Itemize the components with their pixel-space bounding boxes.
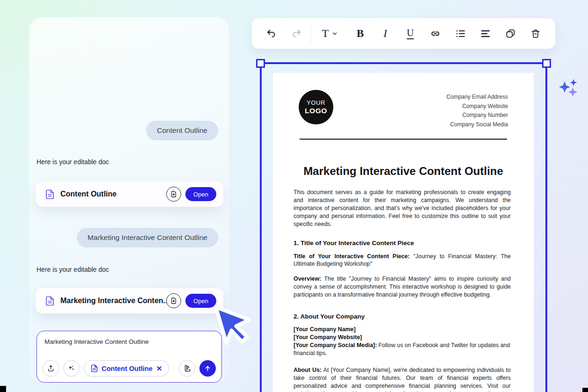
document-title: Marketing Interactive Content Outline xyxy=(273,165,534,178)
bullet-list-icon xyxy=(455,28,466,39)
user-message-bubble: Marketing Interactive Content Outline xyxy=(77,228,218,247)
user-message-bubble: Content Outline xyxy=(146,121,218,140)
chevron-down-icon xyxy=(331,30,338,37)
chip-close-icon[interactable]: ✕ xyxy=(156,365,162,372)
paragraph-text: At [Your Company Name], we're dedicated … xyxy=(294,367,511,392)
placeholder-company-website: [Your Company Website] xyxy=(294,334,362,341)
bold-lead: Overview: xyxy=(294,276,321,282)
doc-card-marketing-outline[interactable]: Marketing Interactive Conten... Open xyxy=(36,288,223,313)
copy-icon xyxy=(505,28,516,39)
chat-panel: Content Outline Here is your editable do… xyxy=(29,17,229,384)
company-contact-block: Company Email Address Company Website Co… xyxy=(447,90,508,129)
align-button[interactable] xyxy=(477,24,494,43)
section2-placeholders: [Your Company Name] [Your Company Websit… xyxy=(294,326,511,357)
header-divider xyxy=(300,138,507,140)
ai-sparkles-icon xyxy=(558,78,581,102)
align-text-icon xyxy=(480,28,491,39)
intro-paragraph: This document serves as a guide for mark… xyxy=(294,189,511,228)
company-logo: YOUR LOGO xyxy=(299,90,333,124)
attached-doc-chip[interactable]: Content Outline ✕ xyxy=(84,360,169,377)
upload-button[interactable] xyxy=(43,360,59,377)
logo-text-line1: YOUR xyxy=(307,100,325,107)
selection-frame-top xyxy=(257,62,550,64)
undo-button[interactable] xyxy=(263,24,280,43)
undo-icon xyxy=(266,28,277,39)
text-style-dropdown[interactable]: T xyxy=(316,24,344,43)
corner-artifact xyxy=(0,386,6,392)
section2-about-paragraph: About Us: At [Your Company Name], we're … xyxy=(294,366,511,392)
italic-button[interactable]: I xyxy=(377,24,394,43)
open-button[interactable]: Open xyxy=(185,187,216,201)
prompt-input-value: Marketing Interactive Content Outline xyxy=(44,338,149,345)
document-header: YOUR LOGO Company Email Address Company … xyxy=(273,73,534,129)
company-number: Company Number xyxy=(447,111,508,120)
copy-button[interactable] xyxy=(502,24,519,43)
redo-icon xyxy=(291,28,302,39)
user-message-text: Marketing Interactive Content Outline xyxy=(88,233,207,241)
arrow-up-icon xyxy=(204,364,212,372)
bold-lead: Title of Your Interactive Content Piece: xyxy=(294,253,410,260)
section1-paragraph2: Overview: The title "Journey to Financia… xyxy=(294,275,511,299)
section1-paragraph1: Title of Your Interactive Content Piece:… xyxy=(294,253,511,269)
placeholder-company-social: [Your Company Social Media]: xyxy=(294,342,377,348)
download-button[interactable] xyxy=(166,293,181,308)
download-icon xyxy=(170,190,177,198)
selection-frame-left xyxy=(260,67,262,392)
text-style-icon: T xyxy=(322,27,329,40)
upload-icon xyxy=(47,364,55,372)
selection-handle-top-right[interactable] xyxy=(542,59,551,68)
link-button[interactable] xyxy=(427,24,444,43)
delete-button[interactable] xyxy=(527,24,544,43)
download-icon xyxy=(170,297,177,305)
bold-lead: About Us: xyxy=(294,367,322,373)
company-email: Company Email Address xyxy=(447,93,508,102)
chip-label: Content Outline xyxy=(102,365,153,372)
selection-frame-right xyxy=(545,67,547,392)
section2-heading: 2. About Your Company xyxy=(294,313,511,320)
document-icon xyxy=(45,189,54,199)
document-icon xyxy=(91,364,98,372)
editor-toolbar: T B I U xyxy=(251,18,556,49)
logo-text-line2: LOGO xyxy=(305,107,327,115)
prompt-input[interactable]: Marketing Interactive Content Outline xyxy=(37,331,222,383)
underline-button[interactable]: U xyxy=(402,24,419,43)
trash-icon xyxy=(530,29,541,39)
assistant-message: Here is your editable doc xyxy=(37,158,109,166)
assistant-message: Here is your editable doc xyxy=(37,266,109,273)
section1-heading: 1. Title of Your Interactive Content Pie… xyxy=(294,240,511,247)
redo-button[interactable] xyxy=(288,24,305,43)
document-icon xyxy=(45,296,54,306)
selection-handle-top-left[interactable] xyxy=(256,59,265,68)
ai-sparkle-button[interactable] xyxy=(63,360,80,377)
doc-card-content-outline[interactable]: Content Outline Open xyxy=(36,181,223,207)
document-page[interactable]: YOUR LOGO Company Email Address Company … xyxy=(273,73,534,392)
send-button[interactable] xyxy=(199,360,216,377)
doc-card-title: Content Outline xyxy=(60,190,117,198)
sparkles-icon xyxy=(67,364,75,372)
bold-icon: B xyxy=(357,28,364,40)
italic-icon: I xyxy=(383,28,387,40)
link-icon xyxy=(430,28,441,39)
doc-card-title: Marketing Interactive Conten... xyxy=(60,297,166,305)
template-swatch-button[interactable] xyxy=(179,360,195,377)
company-website: Company Website xyxy=(447,102,508,111)
mouse-cursor xyxy=(212,296,258,347)
bullet-list-button[interactable] xyxy=(452,24,469,43)
underline-icon: U xyxy=(407,28,414,39)
swatch-book-icon xyxy=(183,364,191,373)
placeholder-company-name: [Your Company Name] xyxy=(294,326,356,333)
company-social: Company Social Media xyxy=(447,120,508,130)
user-message-text: Content Outline xyxy=(157,126,207,134)
download-button[interactable] xyxy=(166,187,181,202)
bold-button[interactable]: B xyxy=(352,24,369,43)
paragraph-text: The title "Journey to Financial Mastery"… xyxy=(294,276,511,298)
corner-artifact xyxy=(582,388,588,392)
